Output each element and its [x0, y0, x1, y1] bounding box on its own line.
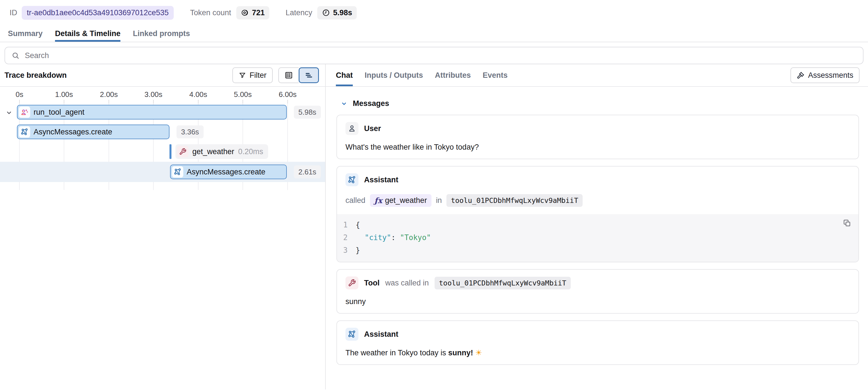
view-mode-toggle: [278, 67, 319, 83]
trace-header-bar: ID tr-ae0db1aee0c4d53a49103697012ce535 T…: [0, 0, 868, 25]
search-bar: [4, 47, 864, 64]
chat-model-icon: [172, 166, 183, 177]
span-name: AsyncMessages.create: [34, 128, 112, 136]
called-label: called: [345, 196, 366, 205]
span-duration: 0.20ms: [238, 148, 264, 156]
wrench-icon: [345, 277, 359, 289]
chat-model-icon: [345, 173, 359, 186]
trace-breakdown-title: Trace breakdown: [4, 71, 67, 80]
span-bar-get-weather[interactable]: [169, 144, 172, 159]
message-role: User: [364, 124, 381, 133]
chat-model-icon: [19, 126, 30, 137]
axis-tick-label: 4.00s: [189, 90, 207, 99]
span-name: run_tool_agent: [34, 108, 84, 117]
latency-badge: 5.98s: [317, 6, 357, 20]
message-body: What's the weather like in Tokyo today?: [345, 142, 850, 152]
tab-linked-prompts[interactable]: Linked prompts: [133, 25, 190, 42]
span-detail-panel: Chat Inputs / Outputs Attributes Events …: [326, 64, 868, 389]
message-card-user: User What's the weather like in Tokyo to…: [336, 115, 859, 159]
trace-timeline: 0s 1.00s 2.00s 3.00s 4.00s 5.00s 6.00s: [0, 87, 325, 389]
search-icon: [11, 51, 20, 60]
code-line: 3 }: [337, 244, 859, 257]
code-text: }: [355, 244, 360, 257]
span-name: get_weather: [192, 148, 234, 156]
span-bar-run-tool-agent[interactable]: run_tool_agent: [17, 105, 287, 120]
trace-nav-tabs: Summary Details & Timeline Linked prompt…: [0, 25, 868, 42]
token-count-label: Token count: [190, 8, 231, 17]
tab-details-timeline[interactable]: Details & Timeline: [55, 25, 120, 42]
span-duration-badge: 5.98s: [294, 106, 321, 119]
axis-tick: [287, 100, 288, 103]
function-icon: ƒx: [374, 196, 382, 205]
axis-tick-label: 5.00s: [234, 90, 252, 99]
token-count-value: 721: [252, 8, 265, 17]
user-icon: [345, 122, 359, 135]
messages-section-header[interactable]: Messages: [340, 99, 859, 108]
in-label: in: [436, 196, 442, 205]
axis-tick-label: 2.00s: [100, 90, 118, 99]
function-name: get_weather: [385, 196, 427, 205]
message-card-assistant-tool-call: Assistant called ƒx get_weather in toolu…: [336, 166, 859, 262]
span-duration-badge: 3.36s: [177, 125, 204, 138]
span-chip-get-weather[interactable]: get_weather 0.20ms: [176, 144, 268, 159]
axis-tick: [19, 100, 20, 103]
clock-icon: [322, 8, 330, 17]
message-card-assistant-final: Assistant The weather in Tokyo today is …: [336, 320, 859, 365]
expander-chevron-down-icon[interactable]: [5, 109, 13, 117]
trace-id-label: ID: [9, 8, 17, 17]
detail-list-view-button[interactable]: [278, 67, 299, 83]
tool-use-id-badge: toolu_01PCDbhMfwqLxyWcv9aMbiiT: [435, 277, 571, 289]
copy-icon[interactable]: [843, 219, 851, 227]
span-duration-badge: 2.61s: [294, 165, 321, 178]
tool-use-id-badge: toolu_01PCDbhMfwqLxyWcv9aMbiiT: [446, 194, 583, 207]
line-number: 2: [343, 231, 353, 244]
latency-value: 5.98s: [333, 8, 352, 17]
span-bar-async-messages-create-1[interactable]: AsyncMessages.create: [17, 125, 169, 139]
search-input[interactable]: [25, 51, 857, 60]
tab-events[interactable]: Events: [483, 64, 507, 86]
axis-tick: [108, 100, 109, 103]
axis-tick: [198, 100, 198, 103]
message-card-tool: Tool was called in toolu_01PCDbhMfwqLxyW…: [336, 269, 859, 314]
assessments-button-label: Assessments: [808, 71, 853, 80]
tab-attributes[interactable]: Attributes: [435, 64, 471, 86]
trace-details-window: ID tr-ae0db1aee0c4d53a49103697012ce535 T…: [0, 0, 868, 389]
agent-icon: [19, 106, 30, 118]
detail-list-icon: [284, 71, 293, 80]
line-number: 3: [343, 244, 353, 257]
assessments-button[interactable]: Assessments: [790, 67, 860, 83]
latency-label: Latency: [286, 8, 312, 17]
token-count-badge: 721: [236, 6, 269, 20]
timeline-view-button[interactable]: [299, 67, 319, 83]
messages-section-title: Messages: [353, 99, 389, 108]
chat-model-icon: [345, 328, 359, 341]
code-text: {: [355, 219, 360, 231]
axis-tick-label: 6.00s: [279, 90, 297, 99]
timeline-gantt-icon: [304, 71, 313, 80]
message-body: sunny: [345, 297, 850, 306]
axis-tick-label: 3.00s: [144, 90, 162, 99]
message-role: Assistant: [364, 330, 399, 339]
tab-summary[interactable]: Summary: [8, 25, 42, 42]
axis-tick: [243, 100, 243, 103]
message-role: Tool: [364, 279, 379, 287]
axis-tick: [153, 100, 154, 103]
trace-breakdown-panel: Trace breakdown Filter: [0, 64, 325, 389]
axis-tick-label: 0s: [16, 90, 23, 99]
gavel-icon: [797, 71, 805, 79]
span-bar-async-messages-create-2[interactable]: AsyncMessages.create: [170, 165, 287, 179]
message-role: Assistant: [364, 175, 399, 184]
detail-tabs: Chat Inputs / Outputs Attributes Events: [336, 64, 507, 86]
code-line: 1 {: [337, 219, 859, 231]
sun-emoji: ☀: [473, 349, 482, 357]
tool-call-arguments-code: 1 { 2 "city": "Tokyo" 3 }: [337, 214, 859, 262]
filter-button[interactable]: Filter: [232, 67, 273, 83]
trace-id-badge[interactable]: tr-ae0db1aee0c4d53a49103697012ce535: [22, 6, 174, 20]
function-badge: ƒx get_weather: [370, 194, 431, 207]
tab-chat[interactable]: Chat: [336, 64, 353, 86]
code-text: "city": "Tokyo": [355, 231, 431, 244]
tab-inputs-outputs[interactable]: Inputs / Outputs: [365, 64, 423, 86]
was-called-in-label: was called in: [385, 279, 429, 287]
message-body: The weather in Tokyo today is sunny! ☀: [345, 348, 850, 358]
span-name: AsyncMessages.create: [187, 168, 266, 176]
